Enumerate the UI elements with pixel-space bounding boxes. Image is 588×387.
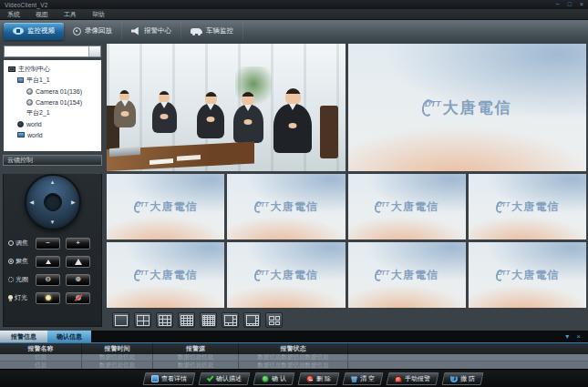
iris-close-button[interactable]: ⊖ (36, 274, 60, 286)
tree-item-label: world (27, 132, 43, 138)
zoom-in-button[interactable]: + (66, 238, 90, 250)
light-row-label: 灯光 (8, 293, 36, 302)
column-alarm-name[interactable]: 报警名称 (0, 343, 82, 354)
video-tile-idle[interactable]: DTT 大唐電信 (348, 44, 587, 171)
delete-button[interactable]: 删 除 (297, 372, 339, 385)
manual-alarm-button[interactable]: 手动报警 (386, 372, 438, 385)
video-tile-idle[interactable]: DTT 大唐電信 (348, 242, 466, 308)
cell-alarm-time: 数据信息信息 (82, 354, 153, 361)
tab-alarm-info[interactable]: 报警信息 (0, 331, 47, 342)
pan-down-arrow-icon[interactable]: ▼ (50, 219, 56, 225)
focus-near-button[interactable] (36, 256, 60, 268)
tab-monitor-video[interactable]: 监控视频 (4, 23, 64, 40)
disarm-icon (450, 375, 458, 382)
layout-16-split-button[interactable] (178, 312, 195, 328)
layout-25-split-button[interactable] (200, 312, 217, 328)
focus-far-button[interactable] (66, 256, 90, 268)
ptz-zoom-row: 调焦 − + (8, 237, 97, 250)
clear-button[interactable]: 清 空 (342, 372, 383, 385)
tab-alarm-center[interactable]: 报警中心 (122, 23, 181, 40)
dpad-hub (44, 193, 62, 211)
person-figure (273, 88, 312, 153)
menu-item-system[interactable]: 系统 (7, 10, 20, 19)
tree-item-world-2[interactable]: world (6, 129, 101, 140)
layout-8-split-button[interactable] (243, 312, 261, 328)
layout-4-split-button[interactable] (134, 312, 151, 328)
video-tile-idle[interactable]: DTT 大唐電信 (469, 242, 586, 308)
minimize-button[interactable]: − (556, 1, 560, 8)
cell-alarm-name: 信息 (0, 362, 82, 369)
ptz-dpad[interactable]: ▲ ▼ ◀ ▶ (25, 174, 81, 230)
platform-icon (17, 77, 24, 83)
tree-item-camera-154[interactable]: Camera 01(154) (6, 97, 101, 107)
video-tile-idle[interactable]: DTT 大唐電信 (348, 174, 466, 239)
video-tile-idle[interactable]: DTT 大唐電信 (227, 242, 345, 308)
tree-item-control-center[interactable]: 主控制中心 (6, 64, 101, 75)
crescent-icon (133, 269, 144, 282)
light-off-button[interactable] (66, 292, 90, 304)
zoom-out-button[interactable]: − (36, 238, 60, 250)
light-on-button[interactable] (36, 292, 60, 304)
video-tile-live-camera[interactable] (107, 44, 346, 171)
iris-icon (8, 277, 14, 282)
column-alarm-time[interactable]: 报警时间 (82, 343, 153, 354)
alarm-panel: 报警信息 确认信息 ▾ × 报警名称 报警时间 报警源 报警状态 信息 数据信息… (0, 331, 588, 369)
layout-1-split-button[interactable] (112, 312, 129, 328)
column-alarm-status[interactable]: 报警状态 (239, 343, 348, 354)
ptz-iris-row: 光圈 ⊖ ⊕ (8, 273, 97, 286)
close-button[interactable]: × (580, 1, 583, 8)
tab-confirm-info[interactable]: 确认信息 (47, 331, 91, 342)
pan-right-arrow-icon[interactable]: ▶ (71, 199, 76, 205)
ptz-panel-header[interactable]: 云镜控制 (3, 155, 102, 166)
collapse-panel-icon[interactable]: ▾ (565, 332, 569, 341)
disarm-button[interactable]: 撤 防 (441, 372, 483, 385)
column-alarm-source[interactable]: 报警源 (153, 343, 239, 354)
pan-up-arrow-icon[interactable]: ▲ (50, 179, 56, 185)
layout-10-split-button[interactable] (265, 312, 283, 328)
pan-left-arrow-icon[interactable]: ◀ (30, 199, 35, 205)
person-figure (152, 91, 177, 133)
alarm-table-row[interactable]: 信息 数据信息信息 数据信息信息 数据信息数据信息数据信息 (0, 362, 588, 369)
tab-vehicle-monitor-label: 车辆监控 (206, 26, 233, 36)
maximize-button[interactable]: □ (568, 1, 572, 8)
tree-item-world-1[interactable]: world (6, 118, 101, 129)
close-panel-icon[interactable]: × (576, 332, 581, 341)
menu-item-view[interactable]: 视图 (36, 10, 48, 19)
iris-row-label: 光圈 (8, 275, 36, 284)
layout-9-split-button[interactable] (156, 312, 173, 328)
nav-toolbar: 监控视频 录像回放 报警中心 车辆监控 (0, 20, 588, 42)
watermark-logo: DTT 大唐電信 (107, 242, 224, 308)
cell-alarm-time: 数据信息信息 (82, 362, 153, 369)
tree-item-label: 平台1_1 (26, 76, 50, 85)
video-tile-idle[interactable]: DTT 大唐電信 (107, 242, 224, 308)
tree-item-label: Camera 01(136) (36, 88, 82, 95)
alarm-table-row[interactable]: 信息 数据信息信息 数据信息信息 数据信息数据信息数据信息 (0, 354, 588, 362)
confirm-button[interactable]: 确 认 (253, 372, 295, 385)
layout-6-split-button[interactable] (222, 312, 239, 328)
crescent-icon (494, 200, 505, 214)
menu-item-tools[interactable]: 工具 (64, 10, 77, 19)
device-tree: 主控制中心 平台1_1 Camera 01(136) Camera 01(154… (4, 60, 101, 151)
ptz-light-row: 灯光 (8, 291, 97, 304)
view-details-button[interactable]: 查看详情 (143, 372, 196, 385)
combo-dropdown-button[interactable] (88, 46, 100, 56)
tree-item-platform1[interactable]: 平台1_1 (6, 75, 101, 86)
device-combo[interactable] (4, 46, 101, 57)
clear-icon (351, 375, 357, 382)
tree-item-platform2[interactable]: 平台2_1 (6, 107, 101, 118)
menu-item-help[interactable]: 帮助 (92, 10, 105, 19)
tree-item-label: 平台2_1 (26, 108, 50, 117)
watermark-logo: DTT 大唐電信 (469, 242, 586, 308)
video-tile-idle[interactable]: DTT 大唐電信 (227, 174, 345, 239)
zoom-icon (8, 240, 14, 246)
tab-vehicle-monitor[interactable]: 车辆监控 (181, 23, 243, 40)
iris-open-button[interactable]: ⊕ (66, 274, 90, 286)
video-tile-idle[interactable]: DTT 大唐電信 (107, 174, 224, 239)
tree-item-camera-136[interactable]: Camera 01(136) (6, 86, 101, 97)
video-tile-idle[interactable]: DTT 大唐電信 (469, 174, 586, 239)
cell-alarm-name: 信息 (0, 354, 82, 361)
confirm-description-button[interactable]: 确认描述 (199, 372, 251, 385)
watermark-logo: DTT 大唐電信 (348, 174, 466, 239)
tab-alarm-center-label: 报警中心 (144, 26, 171, 36)
tab-playback[interactable]: 录像回放 (64, 23, 122, 40)
